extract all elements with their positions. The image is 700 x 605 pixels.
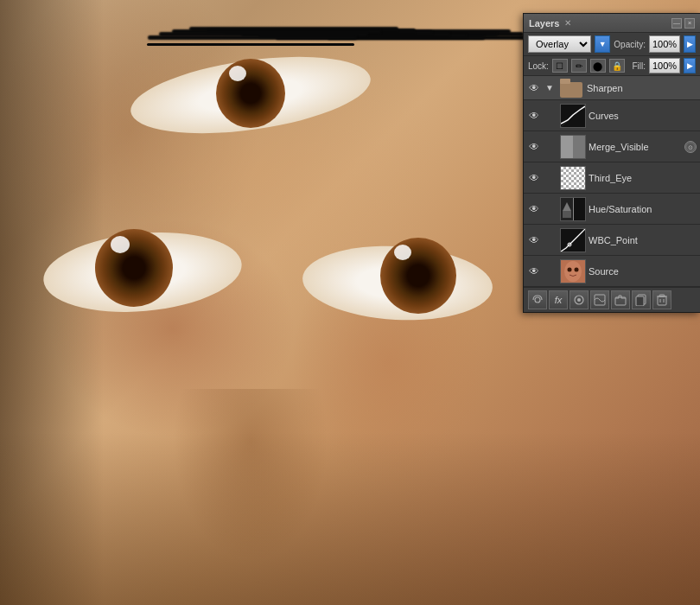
- eye-toggle-wbc-point[interactable]: 👁: [527, 233, 541, 247]
- layers-list: 👁 ▼ Sharpen 👁: [524, 76, 700, 287]
- bottom-left-eye-iris: [95, 229, 173, 307]
- layer-thumb-curves: [560, 104, 586, 128]
- layer-thumb-merge-visible: [560, 135, 586, 159]
- blend-mode-arrow[interactable]: ▼: [595, 35, 610, 53]
- layer-name-merge-visible: Merge_Visible: [589, 142, 682, 152]
- layer-name-sharpen: Sharpen: [587, 83, 697, 93]
- layer-row-sharpen[interactable]: 👁 ▼ Sharpen: [524, 76, 700, 100]
- svg-point-13: [575, 267, 579, 271]
- layer-badge-merge-visible: ⊙: [684, 141, 697, 153]
- toolbar-group-btn[interactable]: [611, 290, 630, 309]
- layer-thumb-source: [560, 259, 586, 283]
- toolbar-mask-btn[interactable]: [570, 290, 589, 309]
- opacity-arrow[interactable]: ▶: [684, 35, 696, 53]
- layer-row-curves[interactable]: 👁 Curves: [524, 100, 700, 131]
- lock-position-btn[interactable]: ⬤: [590, 59, 606, 73]
- shadow-bottom: [0, 432, 700, 605]
- opacity-label: Opacity:: [614, 40, 646, 49]
- eye-toggle-merge-visible[interactable]: 👁: [527, 140, 541, 154]
- layer-row-hue-saturation[interactable]: 👁 Hue/Saturation: [524, 194, 700, 225]
- toolbar-link-btn[interactable]: [528, 290, 547, 309]
- layer-name-curves: Curves: [589, 111, 697, 121]
- svg-rect-20: [658, 296, 666, 305]
- bottom-left-eye-area: [26, 216, 251, 337]
- layer-thumb-third-eye: [560, 166, 586, 190]
- lock-transparency-btn[interactable]: ☐: [552, 59, 568, 73]
- fill-arrow[interactable]: ▶: [684, 58, 696, 73]
- fill-input[interactable]: [649, 58, 680, 73]
- eye-toggle-hue-saturation[interactable]: 👁: [527, 202, 541, 216]
- bottom-right-eye-iris: [380, 238, 456, 314]
- blend-mode-select[interactable]: Overlay Normal Multiply Screen: [528, 35, 591, 53]
- svg-text:⊙: ⊙: [688, 144, 693, 150]
- svg-rect-1: [560, 79, 570, 84]
- svg-rect-0: [560, 82, 582, 98]
- svg-rect-6: [563, 211, 571, 218]
- top-eye-area: [112, 43, 389, 156]
- panel-close-btn[interactable]: ×: [684, 18, 695, 29]
- layer-name-source: Source: [589, 266, 697, 277]
- svg-point-11: [564, 261, 582, 282]
- panel-minimize-btn[interactable]: —: [671, 18, 682, 29]
- layer-thumb-folder-sharpen: [558, 76, 584, 100]
- layer-row-third-eye[interactable]: 👁 Third_Eye: [524, 162, 700, 194]
- opacity-input[interactable]: [649, 35, 680, 53]
- layer-thumb-wbc-point: [560, 228, 586, 252]
- panel-titlebar: Layers ✕ — ×: [524, 14, 700, 33]
- layer-name-hue-saturation: Hue/Saturation: [589, 204, 697, 214]
- lock-label: Lock:: [528, 61, 549, 71]
- bottom-right-eye-area: [294, 229, 510, 341]
- fill-label: Fill:: [632, 61, 646, 71]
- svg-rect-19: [636, 296, 644, 306]
- layer-row-wbc-point[interactable]: 👁 WBC_Point: [524, 225, 700, 256]
- eye-toggle-third-eye[interactable]: 👁: [527, 171, 541, 185]
- toolbar-copy-btn[interactable]: [632, 290, 651, 309]
- svg-rect-22: [659, 295, 665, 296]
- layer-row-merge-visible[interactable]: 👁 Merge_Visible ⊙: [524, 131, 700, 162]
- panel-tab-close-x: ✕: [564, 18, 571, 28]
- layer-name-wbc-point: WBC_Point: [589, 235, 697, 245]
- toolbar-delete-btn[interactable]: [652, 290, 671, 309]
- svg-point-15: [577, 298, 581, 302]
- layers-panel: Layers ✕ — × Overlay Normal Multiply Scr…: [523, 13, 700, 313]
- lock-row: Lock: ☐ ✏ ⬤ 🔒 Fill: ▶: [524, 56, 700, 76]
- expand-toggle-sharpen[interactable]: ▼: [544, 82, 556, 94]
- top-eye-lashes: [147, 43, 354, 78]
- lock-all-btn[interactable]: 🔒: [609, 59, 625, 73]
- eye-toggle-source[interactable]: 👁: [527, 264, 541, 278]
- eye-toggle-curves[interactable]: 👁: [527, 109, 541, 123]
- layer-thumb-hue-saturation: [560, 197, 586, 221]
- svg-point-12: [568, 267, 572, 271]
- panel-window-controls: — ×: [671, 18, 695, 29]
- panel-titlebar-left: Layers ✕: [529, 18, 571, 29]
- layer-name-third-eye: Third_Eye: [589, 173, 697, 183]
- lock-image-btn[interactable]: ✏: [571, 59, 587, 73]
- main-container: Layers ✕ — × Overlay Normal Multiply Scr…: [0, 0, 700, 605]
- layer-row-source[interactable]: 👁 Source: [524, 256, 700, 287]
- toolbar-adjustment-btn[interactable]: [590, 290, 609, 309]
- panel-tab-layers[interactable]: Layers: [529, 18, 559, 29]
- blend-mode-row: Overlay Normal Multiply Screen ▼ Opacity…: [524, 33, 700, 56]
- layers-toolbar: fx: [524, 287, 700, 312]
- toolbar-fx-btn[interactable]: fx: [549, 290, 568, 309]
- eye-toggle-sharpen[interactable]: 👁: [527, 81, 541, 95]
